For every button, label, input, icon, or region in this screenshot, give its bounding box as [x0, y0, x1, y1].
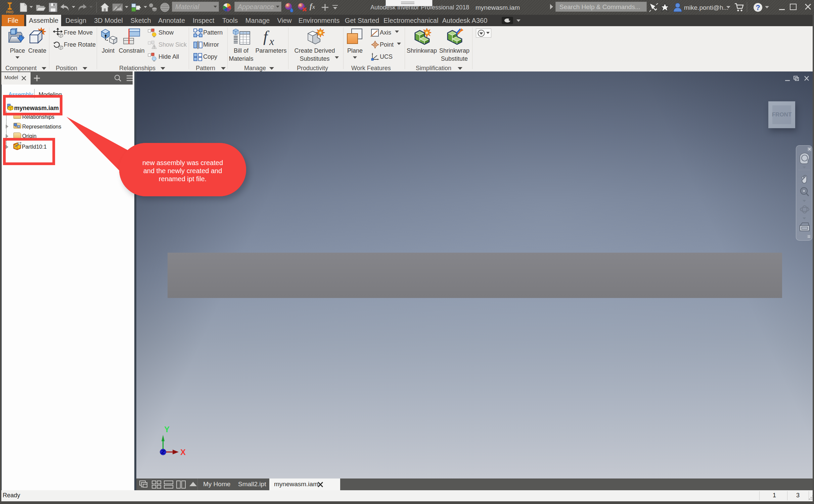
svg-text:?: ?: [756, 3, 760, 12]
svg-text:x: x: [269, 35, 274, 45]
svg-text:Y: Y: [164, 425, 170, 434]
svg-text:X: X: [180, 448, 186, 457]
svg-text:PRO: PRO: [6, 10, 13, 14]
svg-text:f: f: [263, 29, 270, 45]
